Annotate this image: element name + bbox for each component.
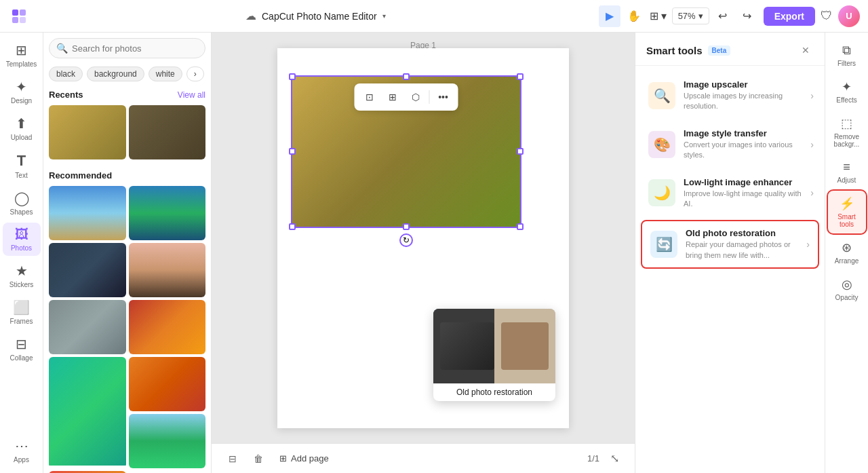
style-icon-wrapper: 🎨 [648,131,675,158]
sidebar-item-upload[interactable]: ⬆ Upload [3,111,41,145]
add-page-icon: ⊞ [279,453,287,463]
right-panel-opacity[interactable]: ◎ Opacity [828,271,866,307]
opacity-label: Opacity [835,294,859,301]
handle-middle-right[interactable] [517,148,524,155]
handle-top-middle[interactable] [403,73,410,80]
lowlight-icon-wrapper: 🌙 [648,179,675,206]
smart-tool-style[interactable]: 🎨 Image style transfer Convert your imag… [635,120,825,169]
bottom-expand-button[interactable]: ⤡ [605,449,624,468]
topbar-tools: ▶ ✋ ⊞ ▾ 57% ▾ ↩ ↪ [599,5,758,27]
play-tool-button[interactable]: ▶ [599,5,620,27]
user-avatar[interactable]: U [838,5,860,27]
sidebar-item-frames[interactable]: ⬜ Frames [3,295,41,329]
toolbar-replace-button[interactable]: ⬡ [405,86,427,108]
rotate-handle[interactable]: ↻ [399,233,413,247]
smart-tool-lowlight[interactable]: 🌙 Low-light image enhancer Improve low-l… [635,169,825,218]
right-panel-arrange[interactable]: ⊛ Arrange [828,235,866,270]
toolbar-grid-button[interactable]: ⊞ [382,86,403,108]
filter-tag-more[interactable]: › [186,67,204,81]
toolbar-more-button[interactable]: ••• [433,86,454,108]
list-item[interactable] [129,300,206,354]
layout-tool-button[interactable]: ⊞ ▾ [648,5,669,27]
canvas-wrapper[interactable]: ↻ ⊡ ⊞ ⬡ ••• [212,33,635,443]
handle-top-right[interactable] [517,73,524,80]
smart-tool-upscaler[interactable]: 🔍 Image upscaler Upscale images by incre… [635,71,825,120]
sidebar-item-shapes[interactable]: ◯ Shapes [3,186,41,220]
search-icon: 🔍 [56,43,68,54]
restoration-icon-wrapper: 🔄 [650,231,677,258]
right-panel-filters[interactable]: ⧉ Filters [828,38,866,73]
filter-tag-white[interactable]: white [149,67,182,81]
add-page-button[interactable]: ⊞ Add page [274,451,334,466]
sidebar-item-stickers[interactable]: ★ Stickers [3,259,41,292]
sidebar-item-text[interactable]: T Text [3,148,41,183]
svg-rect-1 [20,10,26,16]
smart-tools-icon: ⚡ [840,196,854,211]
view-all-link[interactable]: View all [178,90,205,100]
filter-tag-black[interactable]: black [49,67,83,81]
tool-name-upscaler: Image upscaler [684,79,802,90]
undo-button[interactable]: ↩ [712,5,734,27]
sidebar-item-photos[interactable]: 🖼 Photos [3,223,41,256]
search-bar[interactable]: 🔍 [49,38,205,58]
list-item[interactable] [129,243,206,297]
tool-info-restoration: Old photo restoration Repair your damage… [686,228,798,261]
list-item[interactable] [49,300,126,354]
sidebar-item-templates[interactable]: ⊞ Templates [3,38,41,72]
canvas-page[interactable]: ↻ ⊡ ⊞ ⬡ ••• [277,48,569,428]
topbar: ☁ CapCut Photo Name Editor ▾ ▶ ✋ ⊞ ▾ 57%… [0,0,868,33]
handle-top-left[interactable] [289,73,296,80]
sidebar-item-label: Upload [11,134,33,141]
handle-bottom-middle[interactable] [403,223,410,230]
far-right-panel: ⧉ Filters ✦ Effects ⬚ Remove backgr... ≡… [825,33,868,473]
bottom-thumbnail-button[interactable]: ⊟ [222,449,243,469]
handle-bottom-right[interactable] [517,223,524,230]
smart-tool-restoration[interactable]: 🔄 Old photo restoration Repair your dama… [641,220,819,269]
filters-icon: ⧉ [842,43,851,58]
tool-name-lowlight: Low-light image enhancer [684,177,802,187]
chevron-down-icon[interactable]: ▾ [382,12,386,20]
close-panel-button[interactable]: ✕ [797,42,814,58]
sidebar-item-collage[interactable]: ⊟ Collage [3,332,41,366]
right-panel-smart-tools[interactable]: ⚡ Smart tools [828,191,866,233]
list-item[interactable] [49,243,126,297]
svg-rect-0 [12,10,18,16]
list-item[interactable] [49,105,126,159]
sidebar-item-label: Apps [14,456,29,463]
sidebar-item-label: Text [15,172,27,179]
right-panel-adjust[interactable]: ≡ Adjust [828,155,866,189]
bottom-trash-button[interactable]: 🗑 [248,449,269,469]
zoom-control[interactable]: 57% ▾ [672,7,709,24]
handle-bottom-left[interactable] [289,223,296,230]
redo-button[interactable]: ↪ [736,5,758,27]
main-layout: ⊞ Templates ✦ Design ⬆ Upload T Text ◯ S… [0,33,868,473]
recommended-section-header: Recommended [49,170,205,181]
right-panel-remove-bg[interactable]: ⬚ Remove backgr... [828,111,866,153]
list-item[interactable] [129,357,206,411]
canvas-image[interactable]: ↻ ⊡ ⊞ ⬡ ••• [291,75,521,228]
list-item[interactable] [129,186,206,240]
hand-tool-button[interactable]: ✋ [623,5,645,27]
project-name[interactable]: CapCut Photo Name Editor [262,11,377,22]
search-input[interactable] [72,43,198,54]
sidebar-item-apps[interactable]: ⋯ Apps [3,434,41,468]
recents-title: Recents [49,90,83,100]
list-item[interactable] [129,414,206,468]
filter-tag-background[interactable]: background [87,67,144,81]
toolbar-crop-button[interactable]: ⊡ [359,86,380,108]
sidebar-item-design[interactable]: ✦ Design [3,75,41,109]
app-logo[interactable] [8,5,30,27]
export-button[interactable]: Export [764,7,815,26]
svg-rect-3 [20,17,26,23]
photos-icon: 🖼 [15,227,28,242]
right-panel-effects[interactable]: ✦ Effects [828,74,866,109]
canvas-area: Page 1 ↻ ⊡ ⊞ [212,33,635,473]
tool-desc-style: Convert your images into various styles. [684,140,802,161]
old-photo-popup[interactable]: Old photo restoration [433,309,555,401]
list-item[interactable] [49,186,126,240]
handle-middle-left[interactable] [289,148,296,155]
list-item[interactable] [49,357,126,468]
adjust-icon: ≡ [843,160,850,174]
list-item[interactable] [129,105,206,159]
zoom-chevron-icon: ▾ [698,11,703,21]
